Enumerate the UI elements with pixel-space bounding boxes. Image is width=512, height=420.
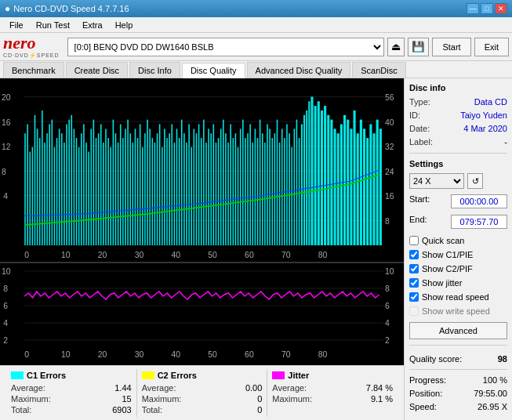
svg-rect-85	[164, 129, 165, 245]
svg-rect-131	[277, 120, 278, 245]
start-button[interactable]: Start	[432, 38, 470, 56]
svg-rect-52	[83, 125, 85, 245]
jitter-label: Jitter	[288, 371, 309, 380]
show-c1-pie-checkbox[interactable]	[409, 250, 419, 259]
svg-rect-54	[88, 152, 89, 245]
svg-rect-135	[286, 125, 288, 245]
refresh-button[interactable]: ↺	[467, 173, 483, 189]
disc-label-label: Label:	[409, 137, 433, 147]
svg-text:60: 60	[245, 350, 254, 359]
svg-rect-157	[350, 129, 352, 245]
quick-scan-checkbox[interactable]	[409, 236, 419, 245]
start-time-input[interactable]	[451, 194, 507, 208]
svg-rect-160	[360, 120, 362, 245]
svg-rect-111	[227, 143, 229, 245]
disc-date-label: Date:	[409, 124, 430, 133]
minimize-button[interactable]: —	[467, 3, 479, 14]
disc-label-row: Label: -	[409, 137, 507, 147]
svg-rect-102	[205, 143, 207, 245]
svg-text:80: 80	[318, 350, 328, 359]
speed-selector[interactable]: 24 X 8 X 16 X 32 X 48 X Max	[409, 173, 464, 189]
end-time-input[interactable]	[451, 215, 507, 229]
svg-rect-125	[262, 133, 263, 245]
progress-label: Progress:	[409, 375, 446, 385]
drive-selector[interactable]: [0:0] BENQ DVD DD DW1640 BSLB	[67, 38, 385, 56]
svg-rect-71	[129, 133, 131, 245]
show-jitter-checkbox[interactable]	[409, 278, 419, 288]
svg-rect-117	[242, 120, 244, 245]
main-content: 20 16 12 8 4 56 40 32 24 16 8 0 10 20 30…	[0, 78, 512, 420]
tab-disc-quality[interactable]: Disc Quality	[182, 63, 245, 78]
tab-disc-info[interactable]: Disc Info	[129, 62, 180, 78]
svg-text:12: 12	[2, 142, 11, 152]
tab-benchmark[interactable]: Benchmark	[3, 62, 64, 78]
svg-rect-61	[105, 129, 107, 245]
show-read-speed-checkbox[interactable]	[409, 292, 419, 302]
c2-total-row: Total: 0	[142, 404, 263, 415]
title-bar-controls: — □ ✕	[467, 3, 507, 14]
svg-rect-87	[169, 133, 170, 245]
svg-rect-109	[223, 120, 224, 245]
eject-button[interactable]: ⏏	[387, 38, 405, 56]
maximize-button[interactable]: □	[481, 3, 493, 14]
svg-rect-65	[115, 133, 117, 245]
svg-text:16: 16	[2, 117, 11, 127]
svg-rect-53	[85, 143, 87, 245]
disc-id-row: ID: Taiyo Yuden	[409, 110, 507, 120]
c1-total-value: 6903	[100, 405, 132, 415]
svg-rect-158	[353, 110, 355, 245]
settings-title: Settings	[409, 159, 507, 168]
c1-max-row: Maximum: 15	[11, 393, 132, 404]
menu-extra[interactable]: Extra	[76, 19, 109, 31]
svg-rect-163	[369, 125, 372, 245]
divider-1	[409, 153, 507, 154]
svg-rect-154	[340, 125, 343, 245]
jitter-avg-value: 7.84 %	[361, 383, 393, 393]
right-panel: Disc info Type: Data CD ID: Taiyo Yuden …	[404, 78, 512, 420]
svg-rect-129	[271, 138, 273, 245]
jitter-max-row: Maximum: 9.1 %	[272, 393, 393, 404]
svg-rect-93	[183, 133, 185, 245]
exit-button[interactable]: Exit	[474, 38, 509, 56]
show-write-speed-row: Show write speed	[409, 306, 507, 316]
quick-scan-label: Quick scan	[422, 236, 464, 245]
svg-text:4: 4	[385, 319, 390, 328]
svg-text:0: 0	[24, 350, 29, 359]
svg-rect-72	[133, 143, 134, 245]
svg-rect-145	[310, 96, 313, 245]
start-label: Start:	[409, 194, 430, 210]
svg-rect-35	[42, 110, 43, 245]
save-button[interactable]: 💾	[408, 38, 429, 56]
svg-rect-119	[247, 133, 249, 245]
menu-help[interactable]: Help	[109, 19, 140, 31]
svg-rect-43	[61, 133, 63, 245]
svg-rect-33	[37, 129, 38, 245]
svg-text:32: 32	[385, 142, 394, 152]
tab-scan-disc[interactable]: ScanDisc	[352, 62, 405, 78]
svg-rect-59	[100, 125, 102, 245]
quality-score-row: Quality score: 98	[409, 354, 507, 364]
jitter-max-value: 9.1 %	[361, 394, 393, 404]
advanced-button[interactable]: Advanced	[409, 322, 507, 339]
close-button[interactable]: ✕	[495, 3, 507, 14]
tab-advanced-disc-quality[interactable]: Advanced Disc Quality	[247, 62, 351, 78]
tab-create-disc[interactable]: Create Disc	[66, 62, 128, 78]
c1-legend-box	[11, 371, 24, 379]
svg-rect-86	[166, 138, 168, 245]
show-c2-pif-checkbox[interactable]	[409, 264, 419, 273]
svg-rect-80	[152, 138, 154, 245]
svg-rect-103	[208, 129, 209, 245]
svg-rect-100	[201, 138, 202, 245]
menu-file[interactable]: File	[3, 19, 30, 31]
title-bar: ● Nero CD-DVD Speed 4.7.7.16 — □ ✕	[0, 0, 512, 17]
svg-rect-143	[306, 110, 307, 245]
charts-and-stats: 20 16 12 8 4 56 40 32 24 16 8 0 10 20 30…	[0, 78, 404, 420]
svg-rect-122	[255, 129, 256, 245]
svg-text:20: 20	[98, 350, 107, 359]
menu-run-test[interactable]: Run Test	[30, 19, 76, 31]
jitter-average-row: Average: 7.84 %	[272, 382, 393, 393]
disc-date-value: 4 Mar 2020	[463, 124, 507, 133]
svg-rect-153	[337, 133, 340, 245]
show-write-speed-checkbox	[409, 306, 419, 316]
svg-text:4: 4	[3, 319, 8, 328]
